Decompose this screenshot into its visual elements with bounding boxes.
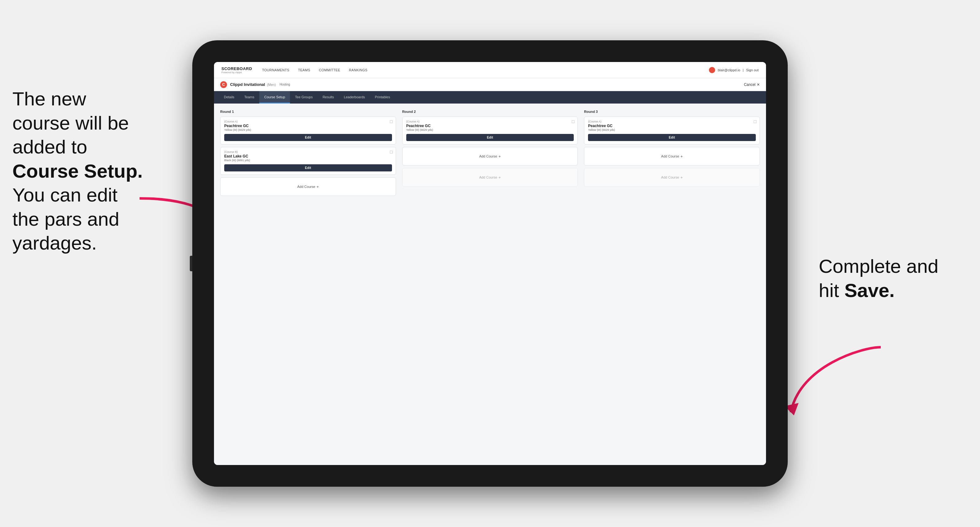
annotation-line2: course will be: [13, 112, 129, 133]
add-course-r1-text: Add Course: [297, 185, 315, 189]
add-course-r2-text: Add Course: [479, 154, 497, 158]
course-b-tee-r1: Black (M) (6891 yds): [224, 159, 392, 162]
sign-out-link[interactable]: Sign out: [746, 68, 759, 72]
tab-printables-label: Printables: [375, 95, 390, 99]
tablet-screen: SCOREBOARD Powered by clippd TOURNAMENTS…: [214, 62, 766, 465]
edit-r2-a-button[interactable]: Edit: [406, 134, 574, 141]
tab-course-setup-label: Course Setup: [264, 95, 285, 99]
cancel-icon: ✕: [757, 83, 760, 87]
tab-tee-groups[interactable]: Tee Groups: [290, 91, 318, 103]
cancel-button[interactable]: Cancel ✕: [744, 83, 760, 87]
add-course-r2-active[interactable]: Add Course +: [402, 147, 578, 165]
nav-link-teams[interactable]: TEAMS: [298, 68, 310, 72]
course-card-r1-b: □ (Course B) East Lake GC Black (M) (689…: [220, 147, 396, 175]
course-card-r1-a: □ (Course A) Peachtree GC Yellow (M) (66…: [220, 117, 396, 144]
powered-by: Powered by clippd: [221, 71, 252, 74]
course-b-label-r1: (Course B): [224, 150, 392, 154]
annotation-line6: yardages.: [13, 232, 97, 254]
nav-link-tournaments[interactable]: TOURNAMENTS: [262, 68, 290, 72]
edit-r1-b-button[interactable]: Edit: [224, 164, 392, 171]
nav-separator: |: [743, 68, 744, 72]
hosting-badge: Hosting: [279, 83, 290, 86]
tab-teams-label: Teams: [244, 95, 254, 99]
add-course-r3-disabled-text: Add Course: [661, 175, 679, 179]
course-a-tee-r1: Yellow (M) (6629 yds): [224, 129, 392, 132]
annotation-right-bold: Save.: [845, 279, 895, 301]
add-course-r3-active[interactable]: Add Course +: [584, 147, 760, 165]
course-a-label-r1: (Course A): [224, 120, 392, 123]
annotation-line3: added to: [13, 136, 87, 157]
right-arrow: [781, 341, 887, 422]
delete-r2-a-button[interactable]: □: [572, 119, 574, 124]
round-3-label: Round 3: [584, 110, 760, 113]
add-course-r3-disabled: Add Course +: [584, 168, 760, 187]
tab-details[interactable]: Details: [219, 91, 239, 103]
tab-printables[interactable]: Printables: [370, 91, 395, 103]
add-course-r3-text: Add Course: [661, 154, 679, 158]
annotation-right-line1: Complete and: [819, 256, 939, 277]
delete-r1-b-button[interactable]: □: [390, 150, 392, 154]
nav-link-rankings[interactable]: RANKINGS: [349, 68, 368, 72]
course-a-name-r3: Peachtree GC: [588, 124, 756, 128]
user-avatar: [709, 67, 715, 73]
tab-bar: Details Teams Course Setup Tee Groups Re…: [214, 91, 766, 103]
add-course-r2-plus: +: [498, 154, 501, 159]
course-a-label-r2: (Course A): [406, 120, 574, 123]
course-a-tee-r3: Yellow (M) (6629 yds): [588, 129, 756, 132]
tournament-name: Clippd Invitational: [230, 82, 265, 87]
annotation-right-line2: hit: [819, 279, 845, 301]
top-nav-links: TOURNAMENTS TEAMS COMMITTEE RANKINGS: [262, 68, 709, 72]
tab-details-label: Details: [224, 95, 234, 99]
tab-leaderboards[interactable]: Leaderboards: [339, 91, 370, 103]
edit-r1-a-button[interactable]: Edit: [224, 134, 392, 141]
course-card-r3-a: □ (Course A) Peachtree GC Yellow (M) (66…: [584, 117, 760, 144]
tournament-type: (Men): [267, 83, 276, 86]
annotation-line1: The new: [13, 88, 86, 110]
add-course-r3-plus: +: [681, 154, 683, 159]
right-annotation: Complete and hit Save.: [819, 254, 955, 302]
course-a-tee-r2: Yellow (M) (6629 yds): [406, 129, 574, 132]
round-3-column: Round 3 □ (Course A) Peachtree GC Yellow…: [584, 110, 760, 198]
tablet-side-button: [190, 256, 192, 271]
brand-name: SCOREBOARD: [221, 66, 252, 71]
logo-letter: C: [222, 82, 225, 87]
round-2-column: Round 2 □ (Course A) Peachtree GC Yellow…: [402, 110, 578, 198]
tournament-header: C Clippd Invitational (Men) Hosting Canc…: [214, 78, 766, 91]
delete-r1-a-button[interactable]: □: [390, 119, 392, 124]
annotation-line5: the pars and: [13, 208, 119, 230]
tab-leaderboards-label: Leaderboards: [344, 95, 365, 99]
tournament-logo: C: [220, 81, 227, 88]
add-course-r1-plus: +: [317, 184, 319, 189]
user-email: blair@clippd.io: [718, 68, 740, 72]
tab-teams[interactable]: Teams: [239, 91, 259, 103]
cancel-label: Cancel: [744, 83, 756, 87]
tab-results-label: Results: [323, 95, 334, 99]
round-1-column: Round 1 □ (Course A) Peachtree GC Yellow…: [220, 110, 396, 198]
round-1-label: Round 1: [220, 110, 396, 113]
main-content: Round 1 □ (Course A) Peachtree GC Yellow…: [214, 103, 766, 465]
add-course-r2-disabled-plus: +: [498, 175, 501, 180]
top-nav-right: blair@clippd.io | Sign out: [709, 67, 759, 73]
tab-course-setup[interactable]: Course Setup: [259, 91, 290, 103]
tablet-shell: SCOREBOARD Powered by clippd TOURNAMENTS…: [192, 40, 788, 487]
course-a-name-r2: Peachtree GC: [406, 124, 574, 128]
add-course-r1[interactable]: Add Course +: [220, 177, 396, 196]
tab-tee-groups-label: Tee Groups: [295, 95, 313, 99]
edit-r3-a-button[interactable]: Edit: [588, 134, 756, 141]
add-course-r2-disabled-text: Add Course: [479, 175, 497, 179]
course-card-r2-a: □ (Course A) Peachtree GC Yellow (M) (66…: [402, 117, 578, 144]
course-a-name-r1: Peachtree GC: [224, 124, 392, 128]
annotation-bold: Course Setup.: [13, 160, 143, 182]
delete-r3-a-button[interactable]: □: [754, 119, 756, 124]
add-course-r3-disabled-plus: +: [681, 175, 683, 180]
round-2-label: Round 2: [402, 110, 578, 113]
course-b-name-r1: East Lake GC: [224, 154, 392, 159]
annotation-line4: You can edit: [13, 184, 118, 206]
nav-link-committee[interactable]: COMMITTEE: [319, 68, 340, 72]
rounds-grid: Round 1 □ (Course A) Peachtree GC Yellow…: [220, 110, 760, 198]
add-course-r2-disabled: Add Course +: [402, 168, 578, 187]
tab-results[interactable]: Results: [318, 91, 339, 103]
top-nav: SCOREBOARD Powered by clippd TOURNAMENTS…: [214, 62, 766, 78]
scoreboard-logo: SCOREBOARD Powered by clippd: [221, 66, 252, 74]
course-a-label-r3: (Course A): [588, 120, 756, 123]
